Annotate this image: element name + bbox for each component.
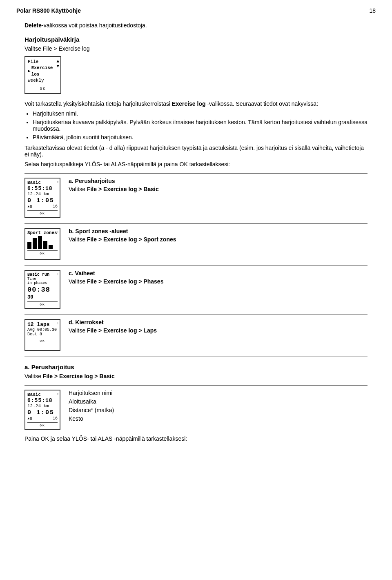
dev-small-row-a: ✶0 16	[27, 204, 58, 209]
valitse-path-d: File > Exercise log > Laps	[87, 327, 157, 334]
field-1: Harjoituksen nimi	[69, 390, 114, 396]
separator-6	[24, 385, 368, 386]
exercise-valitse-a: Valitse File > Exercise log > Basic	[69, 186, 368, 192]
separator-3	[24, 265, 368, 266]
section-a-valitse-text: Valitse	[24, 373, 41, 379]
menu-item-weekly-label: Weekly	[28, 78, 44, 84]
bullet-item-1: Harjoituksen nimi.	[33, 110, 368, 117]
laps-best-d: Best 8	[27, 332, 58, 337]
page-title: Polar RS800 Käyttöohje	[16, 7, 81, 14]
separator-5	[24, 357, 368, 357]
scroll-right-d: ↕	[57, 321, 59, 325]
valitse-path-a: File > Exercise log > Basic	[87, 186, 159, 192]
tarkasteltavissa-para: Tarkasteltavissa olevat tiedot (a - d al…	[24, 145, 368, 158]
delete-section: Delete-valikossa voit poistaa harjoitust…	[24, 22, 368, 29]
exercise-letter-b: b	[69, 228, 72, 234]
exercise-valitse-d: Valitse File > Exercise log > Laps	[69, 327, 368, 334]
exercise-label-a: a. Perusharjoitus	[69, 178, 368, 184]
delete-text: -valikossa voit poistaa harjoitustiedost…	[42, 22, 147, 29]
exercise-desc-d: d. Kierrokset Valitse File > Exercise lo…	[69, 319, 368, 334]
valitse-text-d: Valitse	[69, 327, 85, 334]
device-screen-basic: ↕ Basic 6:55:18 12.24 km 0 1:05 ✶0 16 OK	[24, 178, 60, 218]
exercise-letter-d: d	[69, 319, 72, 326]
exercise-row-c: ↕ Basic run Time in phases 00:38 30 OK c…	[24, 270, 368, 309]
dev-large-basic2: 0 1:05	[27, 409, 58, 416]
page-header: Polar RS800 Käyttöohje 18	[0, 0, 392, 18]
exercise-row-d: ↕ 12 laps Avg 00:05.30 Best 8 OK d. Kier…	[24, 319, 368, 351]
scroll-right-c: ↕	[57, 272, 59, 276]
device-screen-basic-2: ↕ Basic 6:55:18 12.24 km 0 1:05 ✶0 16 OK	[24, 390, 60, 430]
scroll-right-a: ↕	[57, 180, 59, 184]
laps-big-d: 12 laps	[27, 321, 58, 328]
exercise-desc-a: a. Perusharjoitus Valitse File > Exercis…	[69, 178, 368, 192]
body-para1-text: Voit tarkastella yksityiskohtaisia tieto…	[24, 100, 170, 107]
menu-item-file-label: File	[28, 59, 38, 65]
menu-item-exerciselog-label: Exercise los	[31, 65, 58, 78]
section-a-bold-path: File > Exercise log > Basic	[43, 373, 115, 379]
bottom-section: ↕ Basic 6:55:18 12.24 km 0 1:05 ✶0 16 OK…	[24, 390, 368, 430]
bar-1	[27, 242, 31, 249]
scroll-up-arrow: ▲	[56, 59, 59, 64]
bar-4	[43, 241, 47, 249]
bottom-desc: Harjoituksen nimi Aloitusaika Distance* …	[69, 390, 114, 424]
dev-dist-a: 12.24 km	[27, 192, 58, 196]
page-number: 18	[369, 7, 376, 14]
valitse-path-b: File > Exercise log > Sport zones	[87, 236, 176, 243]
dev-large-a: 0 1:05	[27, 197, 58, 204]
bullet-list: Harjoituksen nimi. Harjoituskertaa kuvaa…	[33, 110, 368, 141]
device-screen-menu: ▲ ▼ File ▶ Exercise los Weekly OK	[24, 56, 61, 94]
exercise-valitse-b: Valitse File > Exercise log > Sport zone…	[69, 236, 368, 243]
exercise-label-c: c. Vaiheet	[69, 270, 368, 277]
bar-5	[49, 245, 53, 249]
exercise-heading-d: Kierrokset	[75, 319, 103, 326]
dev-bottom-a: OK	[27, 210, 58, 215]
ph-num-c: 30	[27, 294, 58, 300]
section-a-valitse: Valitse File > Exercise log > Basic	[24, 373, 368, 379]
dev-small-left-basic2: ✶0	[27, 416, 32, 421]
valitse-path-c: File > Exercise log > Phases	[87, 278, 164, 285]
menu-item-weekly: Weekly	[28, 78, 58, 84]
valitse-text-c: Valitse	[69, 278, 85, 285]
body-para1: Voit tarkastella yksityiskohtaisia tieto…	[24, 100, 368, 107]
intro-valitse: Valitse File > Exercise log	[24, 45, 90, 52]
dev-small-right-a: 16	[53, 204, 58, 209]
scroll-down-arrow: ▼	[56, 64, 59, 69]
exercise-heading-a: Perusharjoitus	[75, 178, 115, 184]
bar-2	[33, 238, 37, 249]
exercise-row-b: ↕ Sport zones OK b. Sport zones -alueet …	[24, 228, 368, 260]
ph-sub2-c: in phases	[27, 281, 58, 285]
bullet-item-2: Harjoituskertaa kuvaava palkkipylväs. Py…	[33, 119, 368, 132]
dev-bottom-c: OK	[27, 301, 58, 306]
field-3: Distance* (matka)	[69, 407, 114, 413]
menu-item-file: File	[28, 59, 58, 65]
exercise-desc-b: b. Sport zones -alueet Valitse File > Ex…	[69, 228, 368, 243]
bar-3	[38, 236, 42, 249]
dev-dist-basic2: 12.24 km	[27, 404, 58, 408]
dev-time-basic2: 6:55:18	[27, 397, 58, 404]
exercise-heading-b: Sport zones -alueet	[75, 228, 128, 234]
separator-2	[24, 223, 368, 224]
valitse-text-a: Valitse	[69, 186, 85, 192]
dev-title-basic2: Basic	[27, 392, 58, 397]
ph-time-large-c: 00:38	[27, 286, 58, 294]
section-a-heading: a. Perusharjoitus	[24, 364, 368, 370]
ph-sub-c: Time	[27, 277, 58, 281]
exercise-row-a: ↕ Basic 6:55:18 12.24 km 0 1:05 ✶0 16 OK…	[24, 178, 368, 218]
dev-bottom-basic2: OK	[27, 422, 58, 427]
exercise-letter-a: a	[69, 178, 72, 184]
exercise-label-b: b. Sport zones -alueet	[69, 228, 368, 234]
device-screen-bottom-ok: OK	[28, 86, 58, 91]
delete-label: Delete	[24, 22, 42, 29]
device-screen-laps: ↕ 12 laps Avg 00:05.30 Best 8 OK	[24, 319, 60, 351]
menu-arrow: ▶	[28, 68, 31, 74]
device-screen-phases: ↕ Basic run Time in phases 00:38 30 OK	[24, 270, 60, 309]
body-para1-end: -valikossa. Seuraavat tiedot ovat näkyvi…	[207, 100, 318, 107]
field-2: Aloitusaika	[69, 398, 114, 405]
valitse-text-b: Valitse	[69, 236, 85, 243]
separator-1	[24, 173, 368, 174]
harjoituspaivak-heading: Harjoituspäiväkirja	[24, 36, 368, 43]
ph-title-c: Basic run	[27, 272, 58, 277]
dev-small-left-a: ✶0	[27, 204, 32, 209]
field-4: Kesto	[69, 415, 114, 422]
exercise-desc-c: c. Vaiheet Valitse File > Exercise log >…	[69, 270, 368, 285]
